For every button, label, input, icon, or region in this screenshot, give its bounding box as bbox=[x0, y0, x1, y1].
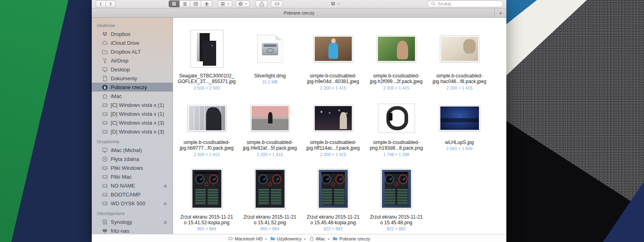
list-view-button[interactable] bbox=[180, 0, 190, 7]
forward-button[interactable] bbox=[106, 0, 116, 7]
search-input[interactable] bbox=[438, 1, 500, 6]
desktop-wallpaper-left bbox=[0, 0, 92, 242]
file-name: wLHLupS.jpg bbox=[445, 140, 474, 145]
share-icon bbox=[259, 1, 264, 6]
sidebar-item-d-windows-vista-x-1[interactable]: [D] Windows vista x (1) bbox=[92, 109, 173, 118]
sidebar-item-label: BOOTCAMP bbox=[111, 192, 140, 198]
dropbox-toolbar-button[interactable] bbox=[328, 0, 342, 7]
share-button[interactable] bbox=[256, 0, 268, 7]
file-name: simple-b-cssdisabled- jpg-h9e04d...60381… bbox=[307, 73, 359, 85]
disk-icon bbox=[102, 200, 108, 207]
file-name: simple.b-cssdisabled- jpg.hff114ac...f.p… bbox=[306, 140, 359, 151]
sidebar-item-d-windows-vista-x-3[interactable]: [D] Windows vista x (3) bbox=[92, 127, 173, 136]
file-item[interactable]: Zrzut ekranu 2015-11-21 o 15.41.52-kopia… bbox=[175, 167, 238, 232]
disk-icon bbox=[102, 129, 108, 135]
download-icon bbox=[102, 84, 108, 90]
chevron-right-icon bbox=[108, 1, 113, 6]
file-meta: 2 200 × 1 415 bbox=[257, 152, 283, 157]
sidebar-item-label: Dokumenty bbox=[111, 75, 137, 81]
new-tab-button[interactable]: + bbox=[494, 8, 506, 17]
disk-icon bbox=[228, 236, 233, 241]
file-item[interactable]: simple.b-cssdisabled- jpg.hfe82af...5f.p… bbox=[238, 100, 301, 157]
file-item[interactable]: Seagate_STBC3000102_ GOFLEX_3T..._855371… bbox=[175, 28, 238, 90]
sidebar-item-label: Synology bbox=[111, 219, 132, 225]
file-row: Zrzut ekranu 2015-11-21 o 15.41.52-kopia… bbox=[175, 167, 506, 232]
folder-icon bbox=[102, 49, 108, 55]
path-item-label: Macintosh HD bbox=[235, 236, 262, 241]
path-item-pobrane-rzeczy[interactable]: Pobrane rzeczy bbox=[332, 236, 370, 241]
file-item[interactable]: Silverlight.dmg 15,1 MB bbox=[238, 28, 301, 90]
disk-icon bbox=[102, 183, 108, 189]
column-view-button[interactable] bbox=[190, 0, 201, 7]
sidebar-item-pliki-windows[interactable]: Pliki Windows bbox=[92, 163, 173, 172]
path-item-imac[interactable]: iMac bbox=[309, 236, 325, 241]
sidebar-item-pliki-mac[interactable]: Pliki Mac bbox=[92, 172, 173, 181]
sidebar-item-label: Pobrane rzeczy bbox=[111, 84, 147, 90]
sidebar-item-płyta-zdalna[interactable]: Płyta zdalna bbox=[92, 154, 173, 163]
file-item[interactable]: Zrzut ekranu 2015-11-21 o 15.41.52.png 8… bbox=[238, 167, 301, 232]
file-item[interactable]: wLHLupS.jpg 2 560 × 1 600 bbox=[428, 100, 491, 157]
grid-view-icon bbox=[171, 1, 177, 6]
file-item[interactable]: simple.b-cssdisabled- jpg.hb9777...f0.pa… bbox=[175, 100, 238, 157]
file-meta: 855 × 884 bbox=[260, 226, 279, 231]
back-button[interactable] bbox=[96, 0, 106, 7]
sidebar-item-imac-michal[interactable]: iMac (Michal) bbox=[92, 146, 173, 154]
grid-view-button[interactable] bbox=[169, 0, 180, 7]
nas-icon bbox=[102, 219, 108, 225]
file-browser: Seagate_STBC3000102_ GOFLEX_3T..._855371… bbox=[173, 18, 506, 242]
sidebar-item-icloud-drive[interactable]: iCloud Drive bbox=[92, 38, 173, 47]
path-item-użytkownicy[interactable]: Użytkownicy bbox=[270, 236, 301, 241]
sidebar-item-label: Pliki Windows bbox=[111, 165, 143, 171]
path-item-macintosh-hd[interactable]: Macintosh HD bbox=[228, 236, 262, 241]
disk-icon bbox=[102, 174, 108, 180]
arrange-button[interactable] bbox=[218, 0, 232, 7]
file-name: simple.b-cssdisabled- jpg.h2f099...2f.pa… bbox=[370, 73, 423, 85]
sidebar-item-dropbox[interactable]: Dropbox bbox=[92, 29, 173, 38]
sidebar-item-c-windows-vista-x-3[interactable]: [C] Windows vista x (3) bbox=[92, 118, 173, 127]
sidebar-item-bootcamp[interactable]: BOOTCAMP bbox=[92, 190, 173, 199]
file-thumbnail bbox=[377, 28, 416, 69]
file-meta: 2 200 × 1 415 bbox=[320, 152, 346, 157]
file-meta: 2 200 × 1 415 bbox=[446, 86, 473, 90]
sidebar-item-label: Płyta zdalna bbox=[111, 156, 139, 162]
file-thumbnail bbox=[378, 100, 415, 136]
sidebar-item-desktop[interactable]: Desktop bbox=[92, 65, 173, 74]
file-meta: 2 200 × 1 415 bbox=[194, 152, 220, 157]
sidebar-item-wd-dysk-500[interactable]: WD DYSK 500 bbox=[92, 199, 173, 208]
eject-icon[interactable] bbox=[163, 183, 168, 188]
sidebar-section: Ulubione Dropbox iCloud Drive Dropbox AL… bbox=[92, 20, 173, 136]
file-thumbnail bbox=[381, 167, 412, 211]
tab-pobrane-rzeczy[interactable]: Pobrane rzeczy bbox=[92, 10, 506, 15]
file-name: Seagate_STBC3000102_ GOFLEX_3T..._855371… bbox=[178, 73, 235, 85]
file-item[interactable]: simple.b-cssdisabled- jpg.h2f099...2f.pa… bbox=[365, 28, 428, 90]
dropbox-icon bbox=[102, 31, 108, 37]
sidebar-item-dokumenty[interactable]: Dokumenty bbox=[92, 74, 173, 83]
thumbnail-photo-icon bbox=[377, 36, 416, 62]
file-thumbnail bbox=[190, 28, 223, 69]
file-item[interactable]: Zrzut ekranu 2015-11-21 o 15.45.48.png 8… bbox=[365, 167, 428, 232]
sidebar-item-synology[interactable]: Synology bbox=[92, 217, 173, 226]
eject-icon[interactable] bbox=[163, 201, 168, 206]
file-item[interactable]: simple.b-cssdisabled- jpg.hac046...f8.pa… bbox=[428, 28, 491, 90]
sidebar-item-pobrane-rzeczy[interactable]: Pobrane rzeczy bbox=[92, 83, 173, 92]
sidebar-item-no-name[interactable]: NO NAME bbox=[92, 181, 173, 190]
coverflow-view-button[interactable] bbox=[201, 0, 212, 7]
sidebar-item-airdrop[interactable]: AirDrop bbox=[92, 56, 173, 65]
file-item[interactable]: Zrzut ekranu 2015-11-21 o 15.45.48-kopia… bbox=[301, 167, 365, 232]
file-item[interactable]: simple-b-cssdisabled- jpg-h9e04d...60381… bbox=[301, 28, 365, 90]
file-item[interactable]: simple.b-cssdisabled- png.h193d8...8.pac… bbox=[365, 100, 428, 157]
action-button[interactable] bbox=[235, 0, 250, 7]
sidebar-item-imac[interactable]: iMac bbox=[92, 92, 173, 100]
file-item[interactable]: simple.b-cssdisabled- jpg.hff114ac...f.p… bbox=[301, 100, 365, 157]
edit-tags-button[interactable] bbox=[271, 0, 283, 7]
sidebar-item-c-windows-vista-x-1[interactable]: [C] Windows vista x (1) bbox=[92, 100, 173, 109]
search-field[interactable] bbox=[427, 0, 503, 7]
file-grid: Seagate_STBC3000102_ GOFLEX_3T..._855371… bbox=[173, 18, 506, 231]
sidebar-item-label: iCloud Drive bbox=[111, 40, 139, 46]
column-view-icon bbox=[193, 1, 198, 6]
sidebar-item-dropbox-alt[interactable]: Dropbox ALT bbox=[92, 47, 173, 56]
sidebar-section: Urządzenia iMac (Michal) Płyta zdalna Pl… bbox=[92, 136, 173, 208]
eject-icon[interactable] bbox=[163, 219, 168, 225]
file-name: Silverlight.dmg bbox=[254, 73, 286, 79]
thumbnail-photo-icon bbox=[440, 36, 479, 62]
